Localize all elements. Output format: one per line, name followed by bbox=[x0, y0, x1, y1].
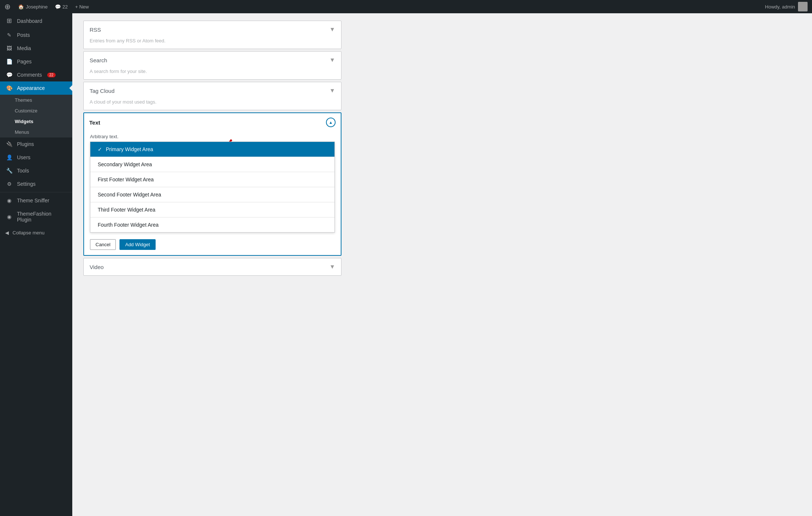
collapse-icon: ◀ bbox=[5, 230, 9, 236]
widget-rss-expand-icon[interactable]: ▼ bbox=[329, 26, 335, 33]
sidebar-item-dashboard[interactable]: ⊞ Dashboard bbox=[0, 13, 72, 28]
widget-rss-title: RSS bbox=[90, 27, 101, 33]
admin-bar: ⊕ 🏠 Josephine 💬 22 + New Howdy, admin bbox=[0, 0, 812, 13]
sidebar-item-settings[interactable]: ⚙ Settings bbox=[0, 177, 72, 191]
site-icon: 🏠 bbox=[18, 4, 24, 10]
sidebar-item-posts[interactable]: ✎ Posts bbox=[0, 28, 72, 42]
widget-rss-header[interactable]: RSS ▼ bbox=[84, 21, 341, 38]
plugins-icon: 🔌 bbox=[5, 141, 13, 147]
sidebar-item-customize[interactable]: Customize bbox=[0, 105, 72, 116]
widget-search-header[interactable]: Search ▼ bbox=[84, 52, 341, 69]
dropdown-option-first-footer[interactable]: First Footer Widget Area bbox=[90, 172, 334, 187]
new-content-link[interactable]: + New bbox=[75, 4, 89, 10]
widget-search: Search ▼ A search form for your site. bbox=[83, 51, 341, 80]
sidebar-item-comments[interactable]: 💬 Comments 22 bbox=[0, 68, 72, 81]
comment-icon: 💬 bbox=[55, 4, 61, 10]
appearance-submenu: Themes Customize Widgets Menus bbox=[0, 95, 72, 137]
howdy-text: Howdy, admin bbox=[765, 2, 808, 11]
site-name[interactable]: 🏠 Josephine bbox=[18, 4, 48, 10]
sidebar-item-menus[interactable]: Menus bbox=[0, 127, 72, 137]
wp-logo-icon[interactable]: ⊕ bbox=[4, 2, 11, 11]
dropdown-option-fourth-footer[interactable]: Fourth Footer Widget Area bbox=[90, 217, 334, 232]
widget-video: Video ▼ bbox=[83, 258, 341, 276]
sidebar-item-plugins[interactable]: 🔌 Plugins bbox=[0, 137, 72, 151]
widget-search-title: Search bbox=[90, 57, 107, 63]
sidebar-item-themes[interactable]: Themes bbox=[0, 95, 72, 105]
themefashion-icon: ◉ bbox=[5, 214, 13, 220]
widget-text-collapse-icon[interactable]: ▲ bbox=[326, 118, 336, 127]
widget-text-title: Text bbox=[89, 119, 100, 126]
sidebar-item-pages[interactable]: 📄 Pages bbox=[0, 55, 72, 68]
cancel-button[interactable]: Cancel bbox=[90, 239, 116, 250]
admin-menu: ⊞ Dashboard ✎ Posts 🖼 Media 📄 Pages 💬 Co… bbox=[0, 13, 72, 516]
comments-link[interactable]: 💬 22 bbox=[55, 4, 67, 10]
sidebar-item-widgets[interactable]: Widgets bbox=[0, 116, 72, 127]
theme-sniffer-icon: ◉ bbox=[5, 198, 13, 203]
widget-tag-cloud-title: Tag Cloud bbox=[90, 88, 115, 94]
dropdown-option-primary[interactable]: ✓ Primary Widget Area bbox=[90, 142, 334, 157]
checkmark-icon: ✓ bbox=[98, 146, 102, 152]
widget-video-title: Video bbox=[90, 264, 104, 270]
sidebar-item-users[interactable]: 👤 Users bbox=[0, 151, 72, 164]
widget-search-description: A search form for your site. bbox=[84, 69, 341, 79]
posts-icon: ✎ bbox=[5, 32, 13, 38]
sidebar-item-appearance[interactable]: 🎨 Appearance bbox=[0, 81, 72, 95]
dropdown-options-list: ✓ Primary Widget Area Secondary Widget A… bbox=[90, 142, 335, 233]
settings-icon: ⚙ bbox=[5, 181, 13, 187]
pages-icon: 📄 bbox=[5, 59, 13, 64]
dropdown-option-secondary[interactable]: Secondary Widget Area bbox=[90, 157, 334, 172]
collapse-menu-button[interactable]: ◀ Collapse menu bbox=[0, 226, 72, 239]
comments-icon: 💬 bbox=[5, 72, 13, 78]
media-icon: 🖼 bbox=[5, 45, 13, 51]
appearance-icon: 🎨 bbox=[5, 85, 13, 91]
widget-video-header[interactable]: Video ▼ bbox=[84, 258, 341, 275]
sidebar-item-theme-sniffer[interactable]: ◉ Theme Sniffer bbox=[0, 194, 72, 207]
widget-tag-cloud-expand-icon[interactable]: ▼ bbox=[329, 87, 335, 94]
widget-video-expand-icon[interactable]: ▼ bbox=[329, 264, 335, 270]
sidebar-item-media[interactable]: 🖼 Media bbox=[0, 42, 72, 55]
add-widget-button[interactable]: Add Widget bbox=[119, 239, 155, 250]
main-content: RSS ▼ Entries from any RSS or Atom feed.… bbox=[72, 13, 812, 516]
widget-tag-cloud: Tag Cloud ▼ A cloud of your most used ta… bbox=[83, 82, 341, 110]
dashboard-icon: ⊞ bbox=[5, 17, 13, 25]
widget-area-dropdown[interactable]: ✓ Primary Widget Area Secondary Widget A… bbox=[90, 142, 335, 233]
tools-icon: 🔧 bbox=[5, 168, 13, 174]
widget-list: RSS ▼ Entries from any RSS or Atom feed.… bbox=[83, 21, 341, 276]
widget-text: Text ▲ Arbitrary text. ✓ Primary Widget … bbox=[83, 112, 341, 256]
users-icon: 👤 bbox=[5, 154, 13, 160]
user-avatar bbox=[798, 2, 808, 11]
widget-rss-description: Entries from any RSS or Atom feed. bbox=[84, 38, 341, 49]
widget-actions: Cancel Add Widget 5 bbox=[84, 236, 341, 255]
widget-rss: RSS ▼ Entries from any RSS or Atom feed. bbox=[83, 21, 341, 49]
sidebar-item-themefashion[interactable]: ◉ ThemeFashion Plugin bbox=[0, 207, 72, 226]
comments-badge: 22 bbox=[47, 73, 56, 77]
widget-tag-cloud-description: A cloud of your most used tags. bbox=[84, 99, 341, 110]
widget-text-description: Arbitrary text. bbox=[84, 132, 341, 142]
widget-text-header[interactable]: Text ▲ bbox=[84, 113, 341, 132]
dropdown-option-second-footer[interactable]: Second Footer Widget Area bbox=[90, 187, 334, 202]
sidebar-item-tools[interactable]: 🔧 Tools bbox=[0, 164, 72, 177]
widget-tag-cloud-header[interactable]: Tag Cloud ▼ bbox=[84, 82, 341, 99]
dropdown-option-third-footer[interactable]: Third Footer Widget Area bbox=[90, 202, 334, 217]
widget-search-expand-icon[interactable]: ▼ bbox=[329, 57, 335, 63]
